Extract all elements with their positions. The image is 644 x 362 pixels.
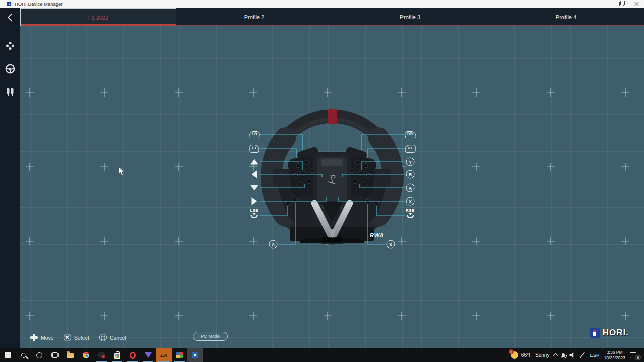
buttons-dpad-icon (5, 41, 15, 51)
left-sidebar (0, 8, 20, 348)
wheel-scene: RWA (20, 26, 644, 348)
clock-date: 10/22/2023 (604, 355, 625, 361)
mapping-chip-dpad-right[interactable] (252, 197, 257, 205)
search-icon (21, 353, 26, 358)
language-indicator[interactable]: ESP (590, 352, 599, 358)
cross-button-icon (64, 334, 71, 341)
stick-icon (406, 213, 414, 218)
weather-badge: 1 (509, 349, 514, 354)
tab-label: Profile 3 (400, 14, 420, 20)
wheel-center-stripe (328, 109, 337, 124)
dpad-icon (30, 334, 38, 341)
clock[interactable]: 3:36 PM 10/22/2023 (604, 350, 625, 360)
sidebar-item-wheel[interactable] (0, 57, 20, 80)
window-title: HORI Device Manager (15, 1, 63, 7)
taskbar-media-app[interactable] (94, 348, 109, 362)
circle-button-icon (99, 334, 107, 341)
hori-brand-logo: HORI. (590, 328, 629, 338)
hidden-icons-chevron-icon[interactable] (553, 353, 558, 358)
cortana-icon (36, 352, 42, 358)
media-player-icon (98, 352, 105, 358)
tab-label: F1 2022 (88, 15, 108, 21)
mapping-chip-bottom-x[interactable]: X (387, 240, 395, 249)
taskbar-ea-app[interactable]: EA (156, 348, 172, 362)
task-view-icon (52, 352, 57, 358)
system-tray: 1 66°F Sunny ESP 3:36 PM 10/22/2023 6 (511, 348, 644, 362)
arrow-left-icon (252, 170, 257, 178)
taskbar-microsoft-store[interactable] (109, 348, 125, 362)
profile-tab-bar: F1 2022 Profile 2 Profile 3 Profile 4 (20, 8, 644, 26)
arrow-down-icon (250, 185, 258, 191)
mapping-chip-y[interactable]: Y (406, 158, 415, 166)
taskbar-file-explorer[interactable] (62, 348, 78, 362)
hint-move: Move (30, 334, 54, 341)
notification-badge: 6 (635, 355, 641, 360)
mapping-chip-lsb[interactable]: LSB (250, 208, 259, 218)
minimize-button[interactable] (599, 0, 614, 8)
microsoft-store-icon (114, 353, 120, 359)
pc-mode-button[interactable]: PC Mode (193, 332, 228, 341)
taskbar-task-view[interactable] (47, 348, 62, 362)
clock-time: 3:36 PM (604, 350, 625, 355)
chrome-icon (83, 352, 89, 358)
app-icon (7, 2, 11, 6)
restore-button[interactable] (614, 0, 629, 8)
mapping-chip-a[interactable]: A (406, 184, 415, 192)
back-arrow-icon (7, 13, 15, 21)
taskbar-chrome[interactable] (78, 348, 94, 362)
microphone-icon[interactable] (562, 353, 565, 357)
close-button[interactable] (629, 0, 644, 8)
tab-label: Profile 2 (244, 14, 264, 20)
taskbar-opera[interactable] (125, 348, 140, 362)
action-center-button[interactable]: 6 (630, 351, 640, 359)
weather-condition: Sunny (535, 352, 549, 358)
pen-icon[interactable] (580, 352, 585, 358)
sidebar-item-pedals[interactable] (0, 80, 20, 104)
weather-widget[interactable]: 1 66°F Sunny (511, 351, 550, 359)
tab-profile-3[interactable]: Profile 3 (332, 8, 488, 26)
title-bar: HORI Device Manager (0, 0, 644, 8)
file-explorer-icon (67, 353, 74, 358)
mapping-chip-bottom-a[interactable]: A (269, 240, 278, 249)
mapping-chip-rsb[interactable]: RSB (406, 208, 415, 218)
mapping-chip-x[interactable]: X (406, 197, 415, 206)
wheel-brand-logo: RWA (370, 232, 384, 238)
arrow-right-icon (252, 197, 257, 205)
taskbar-hori-device-manager[interactable] (187, 348, 203, 362)
sidebar-item-buttons[interactable] (0, 34, 20, 57)
weather-temp: 66°F (521, 352, 532, 358)
mapping-chip-dpad-left[interactable] (252, 170, 257, 178)
taskbar-cortana[interactable] (31, 348, 47, 362)
mapping-chip-lb[interactable]: LB (249, 131, 260, 138)
opera-icon (130, 352, 136, 359)
hint-cancel: Cancel (99, 334, 126, 341)
tab-profile-4[interactable]: Profile 4 (488, 8, 644, 26)
mouse-cursor (118, 167, 125, 176)
speaker-icon[interactable] (569, 352, 575, 358)
tab-label: Profile 4 (556, 14, 576, 20)
back-button[interactable] (0, 8, 20, 26)
mapping-chip-dpad-up[interactable] (250, 159, 258, 165)
mapping-chip-b[interactable]: B (406, 170, 415, 179)
ea-app-icon: EA (160, 353, 167, 358)
mapping-chip-rt[interactable]: RT (405, 145, 416, 153)
game-launcher-icon (145, 352, 152, 358)
taskbar-game-launcher[interactable] (140, 348, 156, 362)
hori-device-manager-icon (192, 352, 198, 358)
taskbar-game-app[interactable] (172, 348, 187, 362)
hori-logo-icon (590, 328, 600, 338)
mapping-canvas: RWA L (20, 26, 644, 348)
mapping-chip-dpad-down[interactable] (250, 185, 258, 191)
tab-profile-2[interactable]: Profile 2 (176, 8, 332, 26)
pedals-icon (5, 87, 15, 97)
game-pixels-icon (176, 352, 183, 358)
weather-sun-icon: 1 (511, 351, 518, 359)
steering-wheel-icon (5, 63, 16, 74)
tab-f1-2022[interactable]: F1 2022 (20, 8, 176, 26)
taskbar-search[interactable] (16, 348, 31, 362)
mapping-chip-rb[interactable]: RB (405, 131, 416, 138)
start-button[interactable] (0, 348, 16, 362)
windows-start-icon (5, 352, 8, 355)
mapping-chip-lt[interactable]: LT (249, 145, 259, 153)
controller-hints: Move Select Cancel (30, 334, 126, 341)
